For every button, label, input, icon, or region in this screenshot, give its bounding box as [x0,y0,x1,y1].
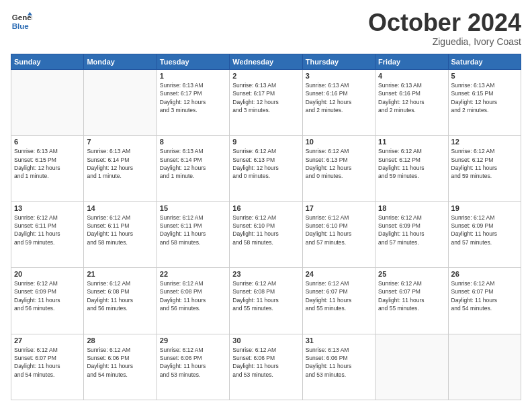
location-subtitle: Ziguedia, Ivory Coast [368,36,521,47]
day-info: Sunrise: 6:12 AMSunset: 6:08 PMDaylight:… [232,279,299,312]
day-number: 28 [87,336,153,345]
weekday-saturday: Saturday [448,54,521,70]
day-info: Sunrise: 6:13 AMSunset: 6:14 PMDaylight:… [160,147,226,180]
calendar-cell: 13Sunrise: 6:12 AMSunset: 6:11 PMDayligh… [11,201,84,267]
day-info: Sunrise: 6:12 AMSunset: 6:06 PMDaylight:… [160,346,226,379]
day-info: Sunrise: 6:12 AMSunset: 6:08 PMDaylight:… [160,279,226,312]
day-number: 9 [232,138,299,146]
calendar-cell: 30Sunrise: 6:12 AMSunset: 6:06 PMDayligh… [230,334,302,400]
calendar-page: General Blue October 2024 Ziguedia, Ivor… [0,0,532,411]
calendar-cell: 5Sunrise: 6:13 AMSunset: 6:15 PMDaylight… [448,70,521,136]
logo-icon: General Blue [11,11,32,32]
logo: General Blue [11,11,32,32]
day-number: 22 [160,270,226,278]
day-info: Sunrise: 6:12 AMSunset: 6:06 PMDaylight:… [87,346,153,379]
day-number: 14 [87,204,153,212]
day-number: 23 [232,270,299,278]
day-number: 25 [378,270,445,278]
day-number: 17 [306,204,372,212]
day-number: 26 [451,270,518,278]
day-number: 15 [160,204,226,212]
day-info: Sunrise: 6:12 AMSunset: 6:07 PMDaylight:… [306,279,372,312]
day-number: 31 [306,336,372,345]
day-info: Sunrise: 6:12 AMSunset: 6:09 PMDaylight:… [378,214,445,246]
day-info: Sunrise: 6:12 AMSunset: 6:11 PMDaylight:… [160,214,226,246]
weekday-header-row: SundayMondayTuesdayWednesdayThursdayFrid… [11,54,521,70]
calendar-cell: 28Sunrise: 6:12 AMSunset: 6:06 PMDayligh… [84,334,157,400]
day-number: 13 [14,204,81,212]
week-row-1: 1Sunrise: 6:13 AMSunset: 6:17 PMDaylight… [11,70,521,136]
calendar-cell: 17Sunrise: 6:12 AMSunset: 6:10 PMDayligh… [302,201,375,267]
calendar-cell: 7Sunrise: 6:13 AMSunset: 6:14 PMDaylight… [84,136,157,201]
day-info: Sunrise: 6:12 AMSunset: 6:13 PMDaylight:… [306,147,372,180]
weekday-monday: Monday [84,54,157,70]
calendar-cell: 24Sunrise: 6:12 AMSunset: 6:07 PMDayligh… [302,268,375,334]
day-number: 8 [160,138,226,146]
day-number: 3 [306,72,372,80]
day-number: 29 [160,336,226,345]
day-info: Sunrise: 6:12 AMSunset: 6:07 PMDaylight:… [451,279,518,312]
calendar-cell: 14Sunrise: 6:12 AMSunset: 6:11 PMDayligh… [84,201,157,267]
calendar-cell: 31Sunrise: 6:13 AMSunset: 6:06 PMDayligh… [302,334,375,400]
weekday-thursday: Thursday [302,54,375,70]
day-number: 30 [232,336,299,345]
day-info: Sunrise: 6:12 AMSunset: 6:09 PMDaylight:… [14,279,81,312]
calendar-cell: 23Sunrise: 6:12 AMSunset: 6:08 PMDayligh… [230,268,302,334]
day-number: 6 [14,138,81,146]
day-info: Sunrise: 6:12 AMSunset: 6:13 PMDaylight:… [232,147,299,180]
calendar-cell: 9Sunrise: 6:12 AMSunset: 6:13 PMDaylight… [230,136,302,201]
day-info: Sunrise: 6:12 AMSunset: 6:08 PMDaylight:… [87,279,153,312]
day-info: Sunrise: 6:13 AMSunset: 6:15 PMDaylight:… [14,147,81,180]
calendar-cell [84,70,157,136]
calendar-table: SundayMondayTuesdayWednesdayThursdayFrid… [11,54,521,400]
day-info: Sunrise: 6:13 AMSunset: 6:15 PMDaylight:… [451,81,518,114]
day-number: 12 [451,138,518,146]
day-info: Sunrise: 6:12 AMSunset: 6:11 PMDaylight:… [87,214,153,246]
calendar-cell: 21Sunrise: 6:12 AMSunset: 6:08 PMDayligh… [84,268,157,334]
day-number: 21 [87,270,153,278]
weekday-tuesday: Tuesday [157,54,229,70]
calendar-cell: 25Sunrise: 6:12 AMSunset: 6:07 PMDayligh… [375,268,448,334]
calendar-cell [448,334,521,400]
day-number: 2 [232,72,299,80]
calendar-cell: 29Sunrise: 6:12 AMSunset: 6:06 PMDayligh… [157,334,229,400]
calendar-cell: 15Sunrise: 6:12 AMSunset: 6:11 PMDayligh… [157,201,229,267]
day-info: Sunrise: 6:12 AMSunset: 6:06 PMDaylight:… [232,346,299,379]
day-info: Sunrise: 6:12 AMSunset: 6:12 PMDaylight:… [451,147,518,180]
header: General Blue October 2024 Ziguedia, Ivor… [11,11,521,47]
day-number: 4 [378,72,445,80]
calendar-cell: 6Sunrise: 6:13 AMSunset: 6:15 PMDaylight… [11,136,84,201]
calendar-cell: 19Sunrise: 6:12 AMSunset: 6:09 PMDayligh… [448,201,521,267]
day-info: Sunrise: 6:12 AMSunset: 6:10 PMDaylight:… [232,214,299,246]
calendar-cell: 1Sunrise: 6:13 AMSunset: 6:17 PMDaylight… [157,70,229,136]
day-number: 16 [232,204,299,212]
calendar-cell: 8Sunrise: 6:13 AMSunset: 6:14 PMDaylight… [157,136,229,201]
month-title: October 2024 [368,11,521,35]
day-info: Sunrise: 6:12 AMSunset: 6:11 PMDaylight:… [14,214,81,246]
calendar-cell: 18Sunrise: 6:12 AMSunset: 6:09 PMDayligh… [375,201,448,267]
week-row-2: 6Sunrise: 6:13 AMSunset: 6:15 PMDaylight… [11,136,521,201]
day-info: Sunrise: 6:13 AMSunset: 6:14 PMDaylight:… [87,147,153,180]
day-info: Sunrise: 6:12 AMSunset: 6:12 PMDaylight:… [378,147,445,180]
day-info: Sunrise: 6:12 AMSunset: 6:09 PMDaylight:… [451,214,518,246]
day-number: 7 [87,138,153,146]
day-info: Sunrise: 6:13 AMSunset: 6:06 PMDaylight:… [306,346,372,379]
week-row-3: 13Sunrise: 6:12 AMSunset: 6:11 PMDayligh… [11,201,521,267]
day-info: Sunrise: 6:13 AMSunset: 6:17 PMDaylight:… [232,81,299,114]
day-info: Sunrise: 6:13 AMSunset: 6:16 PMDaylight:… [378,81,445,114]
calendar-cell: 27Sunrise: 6:12 AMSunset: 6:07 PMDayligh… [11,334,84,400]
calendar-cell: 20Sunrise: 6:12 AMSunset: 6:09 PMDayligh… [11,268,84,334]
day-info: Sunrise: 6:12 AMSunset: 6:07 PMDaylight:… [378,279,445,312]
calendar-cell: 12Sunrise: 6:12 AMSunset: 6:12 PMDayligh… [448,136,521,201]
calendar-cell [11,70,84,136]
day-info: Sunrise: 6:13 AMSunset: 6:16 PMDaylight:… [306,81,372,114]
calendar-cell: 4Sunrise: 6:13 AMSunset: 6:16 PMDaylight… [375,70,448,136]
day-number: 11 [378,138,445,146]
day-number: 24 [306,270,372,278]
weekday-sunday: Sunday [11,54,84,70]
calendar-cell: 26Sunrise: 6:12 AMSunset: 6:07 PMDayligh… [448,268,521,334]
day-info: Sunrise: 6:12 AMSunset: 6:07 PMDaylight:… [14,346,81,379]
calendar-cell [375,334,448,400]
day-number: 19 [451,204,518,212]
calendar-cell: 22Sunrise: 6:12 AMSunset: 6:08 PMDayligh… [157,268,229,334]
